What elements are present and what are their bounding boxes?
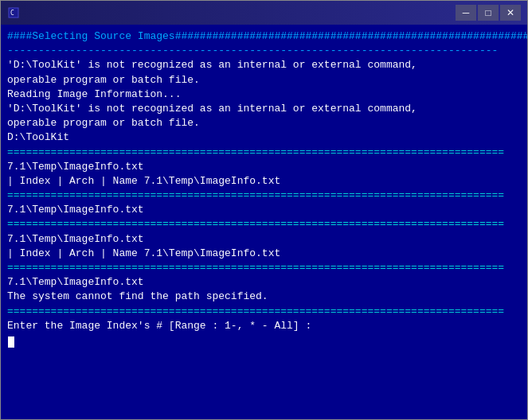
console-line: operable program or batch file. bbox=[7, 116, 521, 130]
console-line: ####Selecting Source Images#############… bbox=[7, 29, 521, 44]
console-line: ========================================… bbox=[7, 305, 521, 319]
console-line: | Index | Arch | Name 7.1\Temp\ImageInfo… bbox=[7, 247, 521, 261]
console-line: ----------------------------------------… bbox=[7, 44, 521, 58]
console-line: operable program or batch file. bbox=[7, 73, 521, 88]
svg-text:C: C bbox=[10, 10, 14, 17]
console-line: ========================================… bbox=[7, 146, 521, 160]
console-line: | Index | Arch | Name 7.1\Temp\ImageInfo… bbox=[7, 174, 521, 189]
title-bar: C ─ □ ✕ bbox=[1, 1, 527, 25]
app-icon: C bbox=[7, 6, 20, 19]
console-line: D:\ToolKit bbox=[7, 130, 521, 145]
console-line: 7.1\Temp\ImageInfo.txt bbox=[7, 203, 521, 217]
console-line: ========================================… bbox=[7, 217, 521, 231]
console-line: 7.1\Temp\ImageInfo.txt bbox=[7, 160, 521, 174]
console-line: 7.1\Temp\ImageInfo.txt bbox=[7, 275, 521, 290]
console-line: 'D:\ToolKit' is not recognized as an int… bbox=[7, 58, 521, 72]
main-window: C ─ □ ✕ ####Selecting Source Images#####… bbox=[0, 0, 528, 420]
console-line: The system cannot find the path specifie… bbox=[7, 290, 521, 304]
console-line: 'D:\ToolKit' is not recognized as an int… bbox=[7, 102, 521, 116]
console-output: ####Selecting Source Images#############… bbox=[1, 25, 527, 419]
close-button[interactable]: ✕ bbox=[500, 5, 521, 21]
maximize-button[interactable]: □ bbox=[478, 5, 499, 21]
window-controls: ─ □ ✕ bbox=[456, 5, 521, 21]
minimize-button[interactable]: ─ bbox=[456, 5, 476, 21]
console-line: Enter the Image Index's # [Range : 1-, *… bbox=[7, 319, 521, 333]
console-line: ========================================… bbox=[7, 189, 521, 203]
console-line: 7.1\Temp\ImageInfo.txt bbox=[7, 232, 521, 247]
cursor-blink bbox=[8, 336, 14, 348]
console-line: ========================================… bbox=[7, 261, 521, 275]
console-line: Reading Image Information... bbox=[7, 88, 521, 102]
